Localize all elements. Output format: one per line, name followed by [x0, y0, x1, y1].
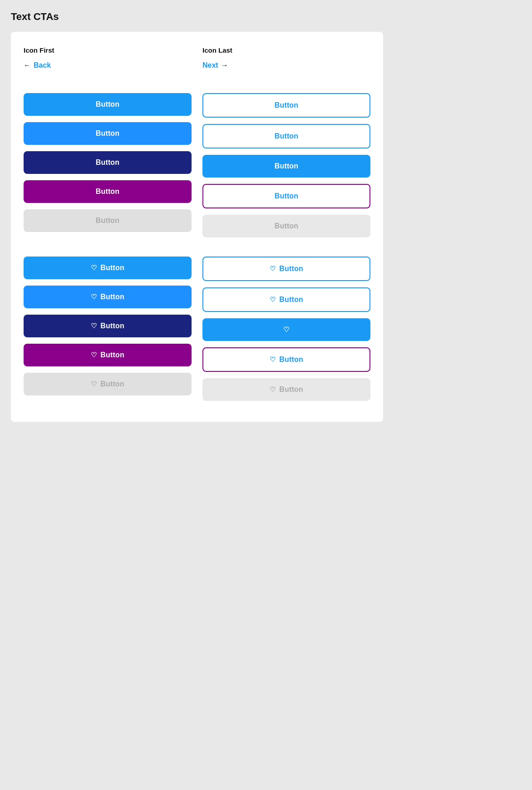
btn-label: Button — [279, 356, 303, 364]
heart-icon: ♡ — [91, 322, 97, 330]
btn-col2-icon-3[interactable]: ♡ — [202, 318, 370, 341]
heart-icon: ♡ — [91, 293, 97, 301]
back-cta[interactable]: ← Back — [24, 61, 51, 69]
btn-col1-icon-2[interactable]: ♡ Button — [24, 286, 192, 308]
heart-icon: ♡ — [91, 380, 97, 388]
btn-col2-icon-4[interactable]: ♡ Button — [202, 347, 370, 372]
btn-col2-simple-4[interactable]: Button — [202, 184, 370, 208]
heart-icon: ♡ — [270, 265, 276, 273]
next-arrow-icon: → — [221, 61, 228, 69]
main-card: Icon First ← Back Icon Last Next → B — [11, 32, 383, 422]
next-label: Next — [202, 61, 218, 69]
btn-col1-icon-5[interactable]: ♡ Button — [24, 373, 192, 395]
btn-label: Button — [279, 265, 303, 273]
btn-col2-simple-3[interactable]: Button — [202, 155, 370, 178]
btn-col1-simple-1[interactable]: Button — [24, 93, 192, 116]
btn-label: Button — [279, 385, 303, 394]
col1-header: Icon First — [24, 46, 192, 54]
btn-col2-icon-5[interactable]: ♡ Button — [202, 378, 370, 401]
btn-col1-icon-4[interactable]: ♡ Button — [24, 344, 192, 366]
btn-col1-simple-2[interactable]: Button — [24, 122, 192, 145]
btn-label: Button — [100, 380, 124, 388]
col2-header: Icon Last — [202, 46, 370, 54]
back-label: Back — [34, 61, 51, 69]
btn-col1-icon-3[interactable]: ♡ Button — [24, 315, 192, 337]
btn-label: Button — [100, 351, 124, 359]
btn-col2-simple-1[interactable]: Button — [202, 93, 370, 118]
heart-icon: ♡ — [270, 356, 276, 364]
btn-label: Button — [100, 264, 124, 272]
btn-col2-icon-1[interactable]: ♡ Button — [202, 257, 370, 281]
btn-col2-simple-2[interactable]: Button — [202, 124, 370, 148]
btn-label: Button — [279, 296, 303, 304]
heart-icon: ♡ — [91, 351, 97, 359]
heart-icon: ♡ — [270, 296, 276, 304]
btn-col1-simple-4[interactable]: Button — [24, 180, 192, 203]
btn-col2-icon-2[interactable]: ♡ Button — [202, 287, 370, 312]
heart-icon: ♡ — [91, 264, 97, 272]
page-title: Text CTAs — [11, 11, 521, 23]
next-cta[interactable]: Next → — [202, 61, 228, 69]
back-arrow-icon: ← — [24, 61, 31, 69]
btn-label: Button — [100, 322, 124, 330]
btn-col1-simple-5[interactable]: Button — [24, 209, 192, 232]
heart-icon: ♡ — [283, 326, 289, 334]
heart-icon: ♡ — [270, 385, 276, 394]
btn-col2-simple-5[interactable]: Button — [202, 215, 370, 237]
btn-col1-icon-1[interactable]: ♡ Button — [24, 257, 192, 279]
btn-col1-simple-3[interactable]: Button — [24, 151, 192, 174]
btn-label: Button — [100, 293, 124, 301]
